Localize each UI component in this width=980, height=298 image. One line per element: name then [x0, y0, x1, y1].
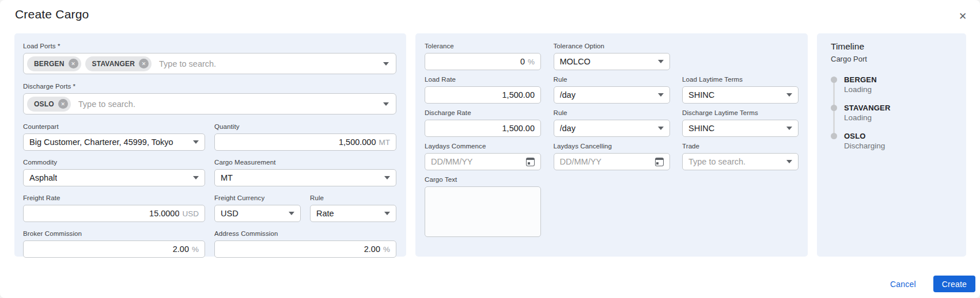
counterpart-select[interactable]: Big Customer, Charterer, 45999, Tokyo — [23, 133, 205, 151]
page-title: Create Cargo — [15, 7, 89, 21]
trade-placeholder: Type to search. — [688, 157, 782, 166]
chip-remove-icon[interactable]: ✕ — [139, 59, 149, 68]
timeline-title: Timeline — [831, 41, 955, 52]
chevron-down-icon — [658, 127, 664, 130]
timeline-dot-icon — [831, 105, 837, 111]
load-rate-input[interactable]: 1,500.00 — [425, 86, 541, 104]
timeline-item: OSLO Discharging — [831, 132, 955, 150]
close-icon[interactable]: ✕ — [955, 9, 970, 24]
trade-input[interactable]: Type to search. — [682, 153, 799, 170]
timeline-dot-icon — [831, 77, 837, 83]
freight-rule-label: Rule — [310, 194, 396, 201]
tolerance-option-select[interactable]: MOLCO — [554, 53, 670, 70]
empty-cell — [682, 43, 799, 70]
discharge-ports-input[interactable]: OSLO ✕ Type to search. — [23, 93, 396, 114]
chip-remove-icon[interactable]: ✕ — [69, 59, 78, 68]
cargo-terms-panel: Tolerance 0 % Tolerance Option MOLCO — [415, 33, 808, 257]
load-port-chip: BERGEN ✕ — [27, 56, 81, 71]
address-commission-label: Address Commission — [214, 230, 396, 237]
laydays-cancelling-input[interactable]: DD/MM/YY — [554, 153, 670, 170]
calendar-icon[interactable] — [655, 158, 664, 166]
chip-label: OSLO — [34, 100, 54, 108]
freight-currency-label: Freight Currency — [214, 194, 301, 201]
discharge-rule-label: Rule — [554, 109, 670, 116]
discharge-rate-input[interactable]: 1,500.00 — [425, 120, 541, 137]
chip-label: STAVANGER — [92, 60, 135, 68]
timeline-item: BERGEN Loading — [831, 75, 955, 94]
freight-rate-input[interactable]: 15.0000 USD — [23, 205, 205, 222]
tolerance-label: Tolerance — [425, 43, 541, 49]
freight-currency-value: USD — [221, 209, 239, 218]
cargo-main-panel: Load Ports * BERGEN ✕ STAVANGER ✕ Type t… — [14, 33, 406, 257]
load-ports-label: Load Ports * — [23, 43, 396, 49]
commodity-label: Commodity — [23, 159, 205, 166]
create-button[interactable]: Create — [933, 276, 975, 292]
discharge-rate-value: 1,500.00 — [431, 124, 535, 133]
load-rule-value: /day — [560, 90, 576, 100]
chip-remove-icon[interactable]: ✕ — [58, 99, 68, 109]
discharge-rule-select[interactable]: /day — [554, 120, 670, 137]
broker-commission-unit: % — [192, 245, 199, 254]
address-commission-value: 2.00 — [221, 244, 380, 254]
trade-label: Trade — [682, 143, 799, 150]
cargo-measurement-value: MT — [221, 173, 233, 182]
timeline-list: BERGEN Loading STAVANGER Loading OSLO Di… — [831, 75, 955, 150]
freight-rate-value: 15.0000 — [29, 209, 179, 218]
tolerance-unit: % — [528, 58, 535, 66]
tolerance-input[interactable]: 0 % — [425, 53, 541, 70]
chevron-down-icon — [384, 212, 390, 215]
chevron-down-icon — [289, 212, 294, 215]
load-ports-input[interactable]: BERGEN ✕ STAVANGER ✕ Type to search. — [23, 53, 396, 74]
chevron-down-icon — [786, 127, 792, 130]
load-laytime-terms-select[interactable]: SHINC — [682, 86, 799, 104]
freight-rule-value: Rate — [316, 209, 334, 218]
tolerance-option-label: Tolerance Option — [554, 43, 670, 49]
timeline-activity: Discharging — [844, 142, 955, 150]
commodity-value: Asphalt — [29, 173, 57, 182]
load-rate-label: Load Rate — [425, 76, 541, 83]
timeline-port: OSLO — [844, 132, 955, 140]
quantity-label: Quantity — [214, 123, 396, 130]
freight-currency-select[interactable]: USD — [214, 205, 301, 222]
cancel-button[interactable]: Cancel — [886, 276, 921, 292]
cargo-measurement-select[interactable]: MT — [214, 169, 396, 186]
address-commission-input[interactable]: 2.00 % — [214, 240, 396, 258]
load-port-chip: STAVANGER ✕ — [85, 56, 152, 71]
quantity-input[interactable]: 1,500.000 MT — [214, 133, 396, 151]
tolerance-value: 0 — [431, 57, 525, 66]
chip-label: BERGEN — [34, 60, 65, 68]
commodity-select[interactable]: Asphalt — [23, 169, 205, 186]
counterpart-value: Big Customer, Charterer, 45999, Tokyo — [29, 137, 173, 147]
load-rule-label: Rule — [554, 76, 670, 83]
quantity-unit: MT — [379, 138, 391, 147]
chevron-down-icon — [786, 93, 792, 97]
timeline-dot-icon — [831, 133, 837, 139]
discharge-laytime-terms-select[interactable]: SHINC — [682, 120, 799, 137]
timeline-subtitle: Cargo Port — [831, 55, 955, 63]
freight-rule-select[interactable]: Rate — [310, 205, 396, 222]
chevron-down-icon — [193, 140, 199, 144]
broker-commission-label: Broker Commission — [23, 230, 205, 237]
chevron-down-icon[interactable] — [383, 102, 389, 106]
discharge-ports-placeholder: Type to search. — [78, 100, 379, 109]
laydays-commence-input[interactable]: DD/MM/YY — [425, 153, 541, 170]
form-panels: Load Ports * BERGEN ✕ STAVANGER ✕ Type t… — [14, 33, 966, 257]
chevron-down-icon[interactable] — [383, 62, 389, 66]
load-laytime-terms-value: SHINC — [688, 90, 714, 100]
broker-commission-input[interactable]: 2.00 % — [23, 240, 205, 258]
load-rule-select[interactable]: /day — [554, 86, 670, 104]
load-laytime-terms-label: Load Laytime Terms — [682, 76, 799, 83]
load-ports-placeholder: Type to search. — [159, 59, 379, 68]
address-commission-unit: % — [383, 245, 390, 254]
discharge-port-chip: OSLO ✕ — [27, 97, 71, 112]
freight-rate-label: Freight Rate — [23, 194, 205, 201]
chevron-down-icon — [658, 93, 664, 97]
create-cargo-dialog: Create Cargo ✕ Load Ports * BERGEN ✕ STA… — [0, 0, 980, 298]
chevron-down-icon — [384, 176, 390, 179]
cargo-text-label: Cargo Text — [425, 176, 541, 183]
calendar-icon[interactable] — [526, 158, 535, 166]
laydays-commence-label: Laydays Commence — [425, 143, 541, 150]
cargo-measurement-label: Cargo Measurement — [214, 159, 396, 166]
cargo-text-input[interactable] — [425, 186, 541, 237]
quantity-value: 1,500.000 — [221, 137, 376, 147]
